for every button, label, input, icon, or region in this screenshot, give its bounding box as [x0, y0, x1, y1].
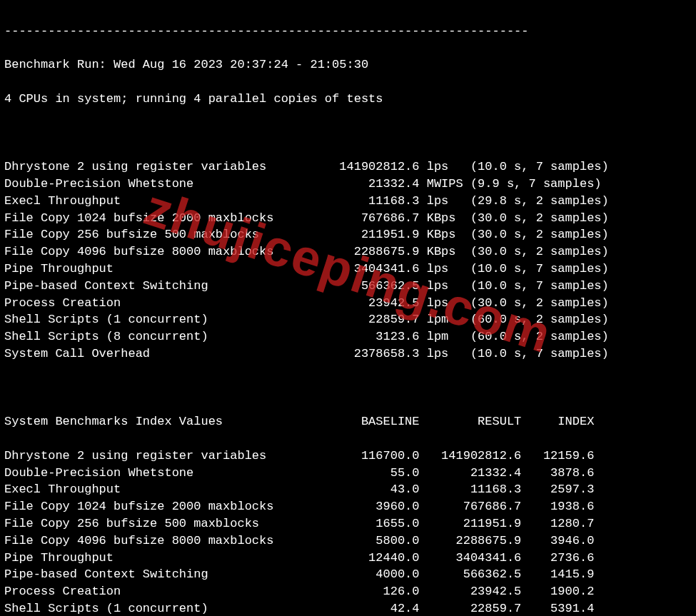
- test-result-line: File Copy 4096 bufsize 8000 maxblocks 22…: [4, 243, 692, 261]
- index-block: Dhrystone 2 using register variables 116…: [4, 448, 692, 616]
- blank-line: [4, 380, 692, 397]
- tests-block: Dhrystone 2 using register variables 141…: [4, 158, 692, 363]
- benchmark-run-line: Benchmark Run: Wed Aug 16 2023 20:37:24 …: [4, 56, 692, 74]
- index-row-line: Dhrystone 2 using register variables 116…: [4, 448, 692, 465]
- index-row-line: Pipe-based Context Switching 4000.0 5663…: [4, 566, 692, 583]
- test-result-line: Double-Precision Whetstone 21332.4 MWIPS…: [4, 176, 692, 193]
- test-result-line: Execl Throughput 11168.3 lps (29.8 s, 2 …: [4, 193, 692, 210]
- index-row-line: File Copy 1024 bufsize 2000 maxblocks 39…: [4, 498, 692, 515]
- divider-line: ----------------------------------------…: [4, 23, 692, 40]
- index-row-line: Execl Throughput 43.0 11168.3 2597.3: [4, 481, 692, 498]
- index-row-line: File Copy 4096 bufsize 8000 maxblocks 58…: [4, 532, 692, 550]
- test-result-line: File Copy 1024 bufsize 2000 maxblocks 76…: [4, 210, 692, 227]
- test-result-line: Shell Scripts (8 concurrent) 3123.6 lpm …: [4, 328, 692, 345]
- test-result-line: Process Creation 23942.5 lps (30.0 s, 2 …: [4, 295, 692, 312]
- index-header-line: System Benchmarks Index Values BASELINE …: [4, 413, 692, 430]
- test-result-line: Pipe-based Context Switching 566362.5 lp…: [4, 278, 692, 295]
- test-result-line: System Call Overhead 2378658.3 lps (10.0…: [4, 345, 692, 363]
- test-result-line: File Copy 256 bufsize 500 maxblocks 2119…: [4, 226, 692, 243]
- index-row-line: Double-Precision Whetstone 55.0 21332.4 …: [4, 465, 692, 482]
- test-result-line: Dhrystone 2 using register variables 141…: [4, 158, 692, 176]
- blank-line: [4, 125, 692, 142]
- test-result-line: Shell Scripts (1 concurrent) 22859.7 lpm…: [4, 311, 692, 328]
- index-row-line: Process Creation 126.0 23942.5 1900.2: [4, 583, 692, 600]
- terminal-output: ----------------------------------------…: [0, 0, 696, 616]
- cpu-info-line: 4 CPUs in system; running 4 parallel cop…: [4, 91, 692, 108]
- index-row-line: Pipe Throughput 12440.0 3404341.6 2736.6: [4, 550, 692, 567]
- index-row-line: File Copy 256 bufsize 500 maxblocks 1655…: [4, 515, 692, 532]
- index-row-line: Shell Scripts (1 concurrent) 42.4 22859.…: [4, 600, 692, 616]
- test-result-line: Pipe Throughput 3404341.6 lps (10.0 s, 7…: [4, 261, 692, 278]
